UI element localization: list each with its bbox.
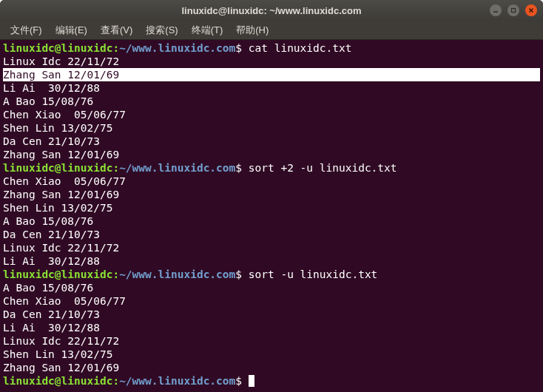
output-line: Li Ai 30/12/88 (3, 321, 540, 334)
prompt-user: linuxidc@linuxidc (3, 268, 112, 280)
prompt-dollar: $ (235, 162, 242, 174)
output-line: Zhang San 12/01/69 (3, 361, 540, 374)
prompt-dollar: $ (235, 42, 242, 54)
menu-terminal[interactable]: 终端(T) (186, 22, 229, 38)
output-line: A Bao 15/08/76 (3, 214, 540, 228)
prompt-line-2: linuxidc@linuxidc:~/www.linuxidc.com$ so… (3, 161, 540, 175)
svg-rect-1 (512, 9, 516, 13)
prompt-path: ~/www.linuxidc.com (119, 42, 235, 54)
menu-help[interactable]: 帮助(H) (230, 22, 274, 38)
prompt-dollar: $ (235, 375, 242, 387)
prompt-user: linuxidc@linuxidc (3, 375, 112, 387)
output-line: Li Ai 30/12/88 (3, 81, 540, 95)
prompt-colon: : (112, 162, 119, 174)
output-line: Chen Xiao 05/06/77 (3, 108, 540, 121)
menubar: 文件(F) 编辑(E) 查看(V) 搜索(S) 终端(T) 帮助(H) (0, 21, 543, 40)
prompt-colon: : (112, 42, 119, 54)
menu-file[interactable]: 文件(F) (4, 22, 48, 38)
command-2: sort +2 -u linuxidc.txt (249, 162, 397, 174)
output-line: Zhang San 12/01/69 (3, 188, 540, 201)
output-line: Chen Xiao 05/06/77 (3, 294, 540, 308)
prompt-dollar: $ (235, 268, 242, 280)
output-line: Li Ai 30/12/88 (3, 254, 540, 268)
prompt-user: linuxidc@linuxidc (3, 42, 112, 54)
menu-search[interactable]: 搜索(S) (140, 22, 183, 38)
prompt-line-1: linuxidc@linuxidc:~/www.linuxidc.com$ ca… (3, 41, 540, 55)
output-line: Linux Idc 22/11/72 (3, 55, 540, 68)
titlebar[interactable]: linuxidc@linuxidc: ~/www.linuxidc.com (0, 0, 543, 21)
prompt-path: ~/www.linuxidc.com (119, 375, 235, 387)
window-controls (490, 4, 537, 16)
output-line: A Bao 15/08/76 (3, 281, 540, 294)
cursor (249, 375, 254, 387)
prompt-path: ~/www.linuxidc.com (119, 162, 235, 174)
command-3: sort -u linuxidc.txt (249, 268, 378, 280)
prompt-colon: : (112, 375, 119, 387)
output-line: Chen Xiao 05/06/77 (3, 175, 540, 188)
output-line: Linux Idc 22/11/72 (3, 241, 540, 254)
prompt-path: ~/www.linuxidc.com (119, 268, 235, 280)
output-line: A Bao 15/08/76 (3, 95, 540, 108)
window-title: linuxidc@linuxidc: ~/www.linuxidc.com (182, 5, 362, 16)
minimize-button[interactable] (490, 4, 502, 16)
selected-line: Zhang San 12/01/69 (3, 68, 540, 81)
output-line: Shen Lin 13/02/75 (3, 348, 540, 361)
maximize-button[interactable] (507, 4, 519, 16)
terminal-content[interactable]: linuxidc@linuxidc:~/www.linuxidc.com$ ca… (0, 40, 543, 392)
output-line: Da Cen 21/10/73 (3, 228, 540, 241)
prompt-line-4: linuxidc@linuxidc:~/www.linuxidc.com$ (3, 374, 540, 388)
output-line: Da Cen 21/10/73 (3, 308, 540, 321)
output-line: Zhang San 12/01/69 (3, 148, 540, 161)
menu-view[interactable]: 查看(V) (95, 22, 138, 38)
command-1: cat linuxidc.txt (249, 42, 352, 54)
terminal-window: linuxidc@linuxidc: ~/www.linuxidc.com 文件… (0, 0, 543, 392)
output-line: Shen Lin 13/02/75 (3, 201, 540, 214)
prompt-colon: : (112, 268, 119, 280)
output-line: Da Cen 21/10/73 (3, 135, 540, 148)
prompt-line-3: linuxidc@linuxidc:~/www.linuxidc.com$ so… (3, 268, 540, 281)
prompt-user: linuxidc@linuxidc (3, 162, 112, 174)
menu-edit[interactable]: 编辑(E) (50, 22, 93, 38)
output-line: Shen Lin 13/02/75 (3, 121, 540, 135)
close-button[interactable] (525, 4, 537, 16)
output-line: Linux Idc 22/11/72 (3, 334, 540, 348)
